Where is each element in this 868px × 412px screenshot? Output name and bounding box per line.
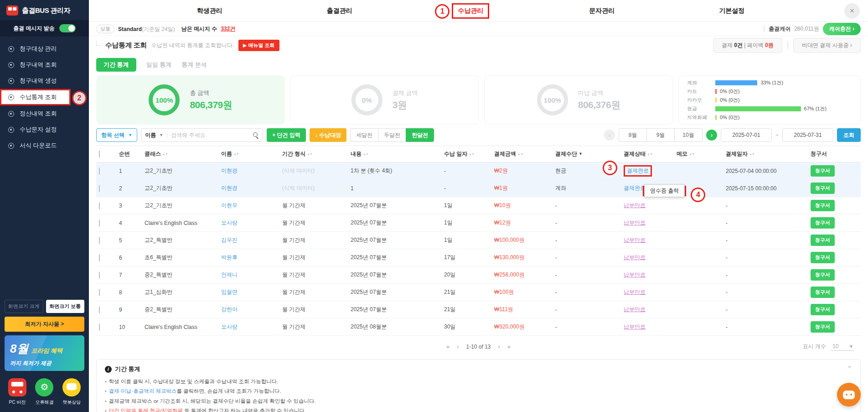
bill-button[interactable]: 청구서	[811, 269, 835, 281]
sort-icon[interactable]: ▲▼	[749, 152, 754, 156]
bill-button[interactable]: 청구서	[811, 304, 835, 315]
tab-sms-mgmt[interactable]: 문자관리	[584, 5, 619, 17]
tab-daily-stats[interactable]: 일일 통계	[146, 61, 172, 69]
bill-button[interactable]: 청구서	[811, 252, 835, 263]
col-header-기간 형식[interactable]: 기간 형식▲▼	[279, 146, 348, 162]
bill-button[interactable]: 청구서	[811, 183, 835, 194]
search-button[interactable]: 조회	[837, 128, 861, 142]
collapse-chevron-icon[interactable]: ⌃	[847, 365, 852, 372]
search-field-dropdown[interactable]: 이름▼	[145, 131, 163, 139]
month-prev-icon[interactable]: ‹	[604, 130, 615, 141]
receipt-ledger-button[interactable]: ↓ 수납대장	[310, 128, 346, 142]
lowest-price-shop-button[interactable]: 최저가 자사몰 >	[5, 317, 84, 332]
sort-icon[interactable]: ▲▼	[363, 152, 368, 156]
sidebar-item-form-download[interactable]: 서식 다운로드	[0, 138, 89, 153]
col-header-결제금액[interactable]: 결제금액▲▼	[491, 146, 553, 162]
unpaid-amount-card[interactable]: 100% 미납 금액 806,376원	[484, 75, 673, 125]
row-checkbox[interactable]	[99, 254, 100, 261]
item-select-dropdown[interactable]: 항목 선택▼	[96, 128, 137, 142]
single-entry-button[interactable]: + 단건 입력	[267, 128, 306, 142]
footer-item-pc-version[interactable]: PC 버전	[8, 378, 26, 406]
row-checkbox[interactable]	[99, 167, 100, 175]
month-sep-button[interactable]: 9월	[646, 128, 675, 142]
sort-icon[interactable]: ▲▼	[517, 152, 523, 156]
student-name-link[interactable]: 임절면	[221, 289, 238, 295]
row-checkbox[interactable]	[99, 271, 100, 279]
tab-period-stats[interactable]: 기간 통계	[96, 58, 136, 72]
promo-banner[interactable]: 8월 프라임 혜택 까지 최저가 제공	[5, 335, 84, 371]
sidebar-item-settlement-history[interactable]: 정산내역 조회	[0, 106, 89, 121]
payment-status-link[interactable]: 납부만료	[624, 202, 646, 209]
tab-attendance-mgmt[interactable]: 출결관리	[322, 5, 357, 17]
bill-button[interactable]: 청구서	[811, 321, 835, 333]
cash-charge-button[interactable]: 캐쉬충전 ›	[823, 23, 861, 35]
tab-stats-analysis[interactable]: 통계 분석	[181, 61, 207, 69]
payment-status-link[interactable]: 납부만료	[624, 254, 646, 261]
range-2months-button[interactable]: 두달전	[378, 128, 406, 142]
sort-icon[interactable]: ▲▼	[689, 152, 694, 156]
bill-button[interactable]: 청구서	[811, 200, 835, 211]
col-header-내용[interactable]: 내용▲▼	[348, 146, 441, 162]
message-send-toggle[interactable]	[59, 24, 76, 32]
sort-icon[interactable]: ▲▼	[647, 152, 652, 156]
range-1month-button[interactable]: 한달전	[406, 128, 434, 142]
sidebar-item-billing-history[interactable]: 청구내역 조회	[0, 57, 89, 73]
col-header-결제수단[interactable]: 결제수단▼	[553, 146, 621, 162]
sort-icon[interactable]: ▲▼	[233, 152, 239, 156]
remaining-msg-count[interactable]: 332건	[221, 25, 235, 33]
date-from-input[interactable]	[721, 128, 772, 142]
payment-status-link[interactable]: 납부만료	[624, 289, 646, 295]
student-name-link[interactable]: 이현우	[221, 202, 238, 209]
page-next-icon[interactable]: ›	[498, 343, 500, 350]
row-checkbox[interactable]	[99, 185, 100, 192]
chat-fab-button[interactable]	[837, 383, 861, 407]
bill-button[interactable]: 청구서	[811, 287, 835, 298]
search-icon[interactable]	[253, 132, 259, 138]
row-checkbox[interactable]	[99, 323, 100, 331]
payment-status-link[interactable]: 납부만료	[624, 271, 646, 278]
month-next-icon[interactable]: ›	[706, 130, 717, 141]
tab-basic-settings[interactable]: 기본설정	[714, 5, 749, 17]
bill-button[interactable]: 청구서	[811, 165, 835, 177]
page-first-icon[interactable]: «	[446, 343, 450, 350]
remote-payment-button[interactable]: 비대면 결제 사용중 ›	[793, 38, 861, 53]
date-to-input[interactable]	[782, 128, 833, 142]
range-3months-button[interactable]: 세달전	[350, 128, 378, 142]
col-header-이름[interactable]: 이름▲▼	[218, 146, 279, 162]
student-name-link[interactable]: 이현경	[221, 167, 238, 174]
footer-item-chatbot[interactable]: 챗봇상담	[62, 378, 81, 406]
bill-button[interactable]: 청구서	[811, 235, 835, 246]
row-checkbox[interactable]	[99, 202, 100, 209]
screen-size-large-button[interactable]: 화면크기 크게	[5, 300, 43, 313]
col-header-메모[interactable]: 메모▲▼	[674, 146, 723, 162]
sort-icon[interactable]: ▲▼	[162, 152, 168, 156]
page-last-icon[interactable]: »	[507, 343, 511, 350]
manual-button[interactable]: ▶ 매뉴얼 조회	[238, 40, 279, 51]
col-header-결제일자[interactable]: 결제일자▲▼	[723, 146, 808, 162]
student-name-link[interactable]: 강한아	[221, 306, 238, 313]
search-input[interactable]	[171, 132, 253, 138]
col-header-클래스[interactable]: 클래스▲▼	[142, 146, 218, 162]
student-name-link[interactable]: 김우진	[221, 237, 238, 243]
student-name-link[interactable]: 박윤후	[221, 254, 238, 261]
page-prev-icon[interactable]: ‹	[457, 343, 459, 350]
month-oct-button[interactable]: 10월	[674, 128, 703, 142]
payment-status-link[interactable]: 결제완료	[624, 185, 646, 191]
receipt-print-popup[interactable]: 영수증 출력	[644, 184, 685, 197]
row-checkbox[interactable]	[99, 219, 100, 227]
screen-size-normal-button[interactable]: 화면크기 보통	[46, 300, 85, 313]
tab-student-mgmt[interactable]: 학생관리	[192, 5, 227, 17]
bill-button[interactable]: 청구서	[811, 217, 835, 229]
total-amount-card[interactable]: 100% 총 금액 806,379원	[96, 75, 285, 125]
sidebar-item-billing-create[interactable]: 청구내역 생성	[0, 73, 89, 89]
payment-status-link[interactable]: 결제완료	[624, 165, 652, 177]
paid-amount-card[interactable]: 0% 결제 금액 3원	[290, 75, 479, 125]
tab-receipt-mgmt[interactable]: 1 수납관리	[452, 3, 489, 19]
student-name-link[interactable]: 오사랑	[221, 323, 238, 330]
payment-status-link[interactable]: 납부만료	[624, 323, 646, 330]
payment-status-link[interactable]: 납부만료	[624, 306, 646, 313]
per-page-select[interactable]: 10▾	[831, 342, 854, 351]
col-header-결제상태[interactable]: 결제상태▲▼	[621, 146, 674, 162]
sidebar-item-receipt-stats[interactable]: 수납통계 조회2	[0, 89, 71, 105]
payment-status-link[interactable]: 납부만료	[624, 219, 646, 226]
